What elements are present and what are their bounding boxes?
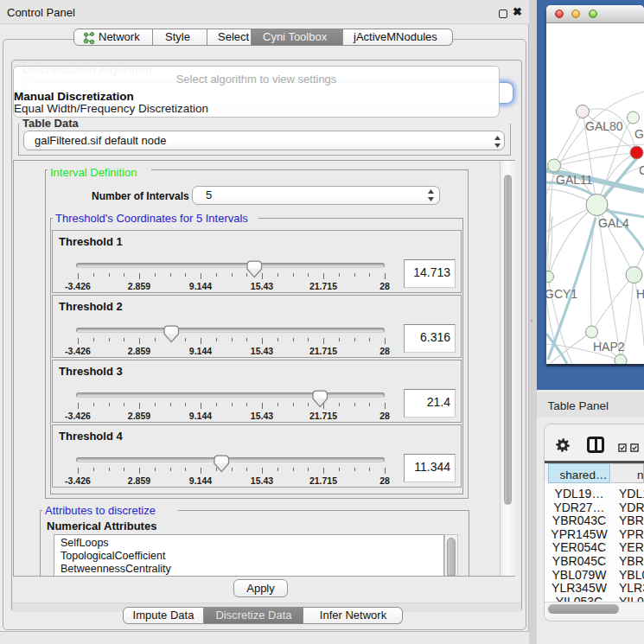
svg-text:H: H bbox=[636, 287, 644, 301]
svg-text:GAL11: GAL11 bbox=[556, 173, 593, 187]
svg-text:GAL80: GAL80 bbox=[585, 119, 623, 133]
svg-text:G.: G. bbox=[634, 127, 644, 141]
svg-text:C: C bbox=[639, 163, 644, 177]
svg-text:GCY1: GCY1 bbox=[546, 287, 577, 301]
svg-text:HAP2: HAP2 bbox=[593, 340, 625, 354]
svg-text:GAL4: GAL4 bbox=[598, 216, 629, 230]
